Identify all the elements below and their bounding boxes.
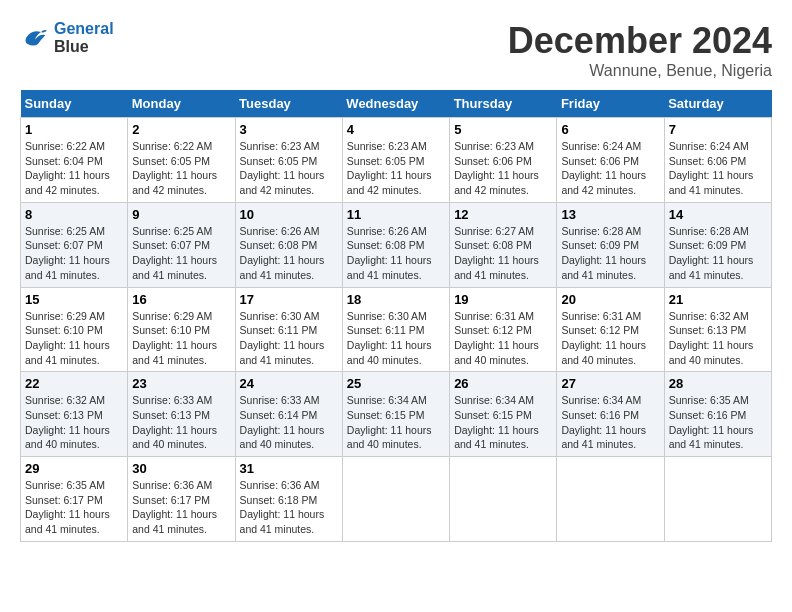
day-number: 9	[132, 207, 230, 222]
day-number: 5	[454, 122, 552, 137]
calendar-day-cell: 22 Sunrise: 6:32 AM Sunset: 6:13 PM Dayl…	[21, 372, 128, 457]
day-info: Sunrise: 6:26 AM Sunset: 6:08 PM Dayligh…	[347, 224, 445, 283]
calendar-day-cell: 12 Sunrise: 6:27 AM Sunset: 6:08 PM Dayl…	[450, 202, 557, 287]
day-number: 14	[669, 207, 767, 222]
day-number: 31	[240, 461, 338, 476]
day-number: 13	[561, 207, 659, 222]
day-info: Sunrise: 6:28 AM Sunset: 6:09 PM Dayligh…	[561, 224, 659, 283]
calendar-day-cell: 20 Sunrise: 6:31 AM Sunset: 6:12 PM Dayl…	[557, 287, 664, 372]
calendar-day-cell: 15 Sunrise: 6:29 AM Sunset: 6:10 PM Dayl…	[21, 287, 128, 372]
calendar-day-cell: 21 Sunrise: 6:32 AM Sunset: 6:13 PM Dayl…	[664, 287, 771, 372]
calendar-day-cell: 1 Sunrise: 6:22 AM Sunset: 6:04 PM Dayli…	[21, 118, 128, 203]
day-info: Sunrise: 6:36 AM Sunset: 6:17 PM Dayligh…	[132, 478, 230, 537]
day-number: 28	[669, 376, 767, 391]
day-number: 1	[25, 122, 123, 137]
day-number: 29	[25, 461, 123, 476]
calendar-day-cell: 19 Sunrise: 6:31 AM Sunset: 6:12 PM Dayl…	[450, 287, 557, 372]
day-number: 10	[240, 207, 338, 222]
day-info: Sunrise: 6:23 AM Sunset: 6:05 PM Dayligh…	[240, 139, 338, 198]
calendar-day-cell: 5 Sunrise: 6:23 AM Sunset: 6:06 PM Dayli…	[450, 118, 557, 203]
day-info: Sunrise: 6:35 AM Sunset: 6:17 PM Dayligh…	[25, 478, 123, 537]
calendar-day-cell: 28 Sunrise: 6:35 AM Sunset: 6:16 PM Dayl…	[664, 372, 771, 457]
day-info: Sunrise: 6:25 AM Sunset: 6:07 PM Dayligh…	[25, 224, 123, 283]
calendar-week-row: 1 Sunrise: 6:22 AM Sunset: 6:04 PM Dayli…	[21, 118, 772, 203]
calendar-day-cell: 27 Sunrise: 6:34 AM Sunset: 6:16 PM Dayl…	[557, 372, 664, 457]
calendar-week-row: 29 Sunrise: 6:35 AM Sunset: 6:17 PM Dayl…	[21, 457, 772, 542]
calendar-day-cell: 25 Sunrise: 6:34 AM Sunset: 6:15 PM Dayl…	[342, 372, 449, 457]
day-number: 7	[669, 122, 767, 137]
calendar-day-cell: 30 Sunrise: 6:36 AM Sunset: 6:17 PM Dayl…	[128, 457, 235, 542]
day-number: 27	[561, 376, 659, 391]
calendar-day-cell: 31 Sunrise: 6:36 AM Sunset: 6:18 PM Dayl…	[235, 457, 342, 542]
day-info: Sunrise: 6:31 AM Sunset: 6:12 PM Dayligh…	[561, 309, 659, 368]
day-info: Sunrise: 6:30 AM Sunset: 6:11 PM Dayligh…	[347, 309, 445, 368]
weekday-header: Sunday	[21, 90, 128, 118]
day-number: 20	[561, 292, 659, 307]
calendar-week-row: 15 Sunrise: 6:29 AM Sunset: 6:10 PM Dayl…	[21, 287, 772, 372]
day-number: 17	[240, 292, 338, 307]
day-info: Sunrise: 6:34 AM Sunset: 6:15 PM Dayligh…	[347, 393, 445, 452]
day-number: 21	[669, 292, 767, 307]
calendar-day-cell	[557, 457, 664, 542]
calendar-day-cell: 3 Sunrise: 6:23 AM Sunset: 6:05 PM Dayli…	[235, 118, 342, 203]
day-info: Sunrise: 6:22 AM Sunset: 6:04 PM Dayligh…	[25, 139, 123, 198]
day-number: 3	[240, 122, 338, 137]
day-info: Sunrise: 6:30 AM Sunset: 6:11 PM Dayligh…	[240, 309, 338, 368]
day-info: Sunrise: 6:32 AM Sunset: 6:13 PM Dayligh…	[669, 309, 767, 368]
day-info: Sunrise: 6:28 AM Sunset: 6:09 PM Dayligh…	[669, 224, 767, 283]
day-info: Sunrise: 6:23 AM Sunset: 6:05 PM Dayligh…	[347, 139, 445, 198]
day-info: Sunrise: 6:24 AM Sunset: 6:06 PM Dayligh…	[561, 139, 659, 198]
calendar-day-cell: 23 Sunrise: 6:33 AM Sunset: 6:13 PM Dayl…	[128, 372, 235, 457]
logo: General Blue	[20, 20, 114, 56]
calendar-day-cell: 10 Sunrise: 6:26 AM Sunset: 6:08 PM Dayl…	[235, 202, 342, 287]
day-number: 11	[347, 207, 445, 222]
day-info: Sunrise: 6:29 AM Sunset: 6:10 PM Dayligh…	[132, 309, 230, 368]
day-number: 18	[347, 292, 445, 307]
day-number: 2	[132, 122, 230, 137]
calendar-day-cell	[342, 457, 449, 542]
day-info: Sunrise: 6:34 AM Sunset: 6:16 PM Dayligh…	[561, 393, 659, 452]
logo-text: General Blue	[54, 20, 114, 56]
day-info: Sunrise: 6:27 AM Sunset: 6:08 PM Dayligh…	[454, 224, 552, 283]
calendar-day-cell: 29 Sunrise: 6:35 AM Sunset: 6:17 PM Dayl…	[21, 457, 128, 542]
weekday-header: Thursday	[450, 90, 557, 118]
weekday-header: Tuesday	[235, 90, 342, 118]
page-header: General Blue December 2024 Wannune, Benu…	[20, 20, 772, 80]
day-info: Sunrise: 6:32 AM Sunset: 6:13 PM Dayligh…	[25, 393, 123, 452]
day-info: Sunrise: 6:33 AM Sunset: 6:14 PM Dayligh…	[240, 393, 338, 452]
calendar-day-cell: 6 Sunrise: 6:24 AM Sunset: 6:06 PM Dayli…	[557, 118, 664, 203]
calendar-day-cell: 7 Sunrise: 6:24 AM Sunset: 6:06 PM Dayli…	[664, 118, 771, 203]
month-title: December 2024	[508, 20, 772, 62]
calendar-week-row: 8 Sunrise: 6:25 AM Sunset: 6:07 PM Dayli…	[21, 202, 772, 287]
day-info: Sunrise: 6:35 AM Sunset: 6:16 PM Dayligh…	[669, 393, 767, 452]
calendar-table: SundayMondayTuesdayWednesdayThursdayFrid…	[20, 90, 772, 542]
calendar-day-cell: 16 Sunrise: 6:29 AM Sunset: 6:10 PM Dayl…	[128, 287, 235, 372]
weekday-header: Friday	[557, 90, 664, 118]
day-number: 30	[132, 461, 230, 476]
day-number: 8	[25, 207, 123, 222]
day-number: 16	[132, 292, 230, 307]
calendar-day-cell: 17 Sunrise: 6:30 AM Sunset: 6:11 PM Dayl…	[235, 287, 342, 372]
calendar-day-cell: 13 Sunrise: 6:28 AM Sunset: 6:09 PM Dayl…	[557, 202, 664, 287]
day-info: Sunrise: 6:26 AM Sunset: 6:08 PM Dayligh…	[240, 224, 338, 283]
title-area: December 2024 Wannune, Benue, Nigeria	[508, 20, 772, 80]
calendar-day-cell	[450, 457, 557, 542]
calendar-week-row: 22 Sunrise: 6:32 AM Sunset: 6:13 PM Dayl…	[21, 372, 772, 457]
day-number: 26	[454, 376, 552, 391]
calendar-day-cell: 4 Sunrise: 6:23 AM Sunset: 6:05 PM Dayli…	[342, 118, 449, 203]
day-number: 22	[25, 376, 123, 391]
calendar-day-cell: 2 Sunrise: 6:22 AM Sunset: 6:05 PM Dayli…	[128, 118, 235, 203]
day-info: Sunrise: 6:23 AM Sunset: 6:06 PM Dayligh…	[454, 139, 552, 198]
calendar-day-cell: 26 Sunrise: 6:34 AM Sunset: 6:15 PM Dayl…	[450, 372, 557, 457]
day-number: 4	[347, 122, 445, 137]
calendar-day-cell: 8 Sunrise: 6:25 AM Sunset: 6:07 PM Dayli…	[21, 202, 128, 287]
day-info: Sunrise: 6:36 AM Sunset: 6:18 PM Dayligh…	[240, 478, 338, 537]
location-subtitle: Wannune, Benue, Nigeria	[508, 62, 772, 80]
day-info: Sunrise: 6:33 AM Sunset: 6:13 PM Dayligh…	[132, 393, 230, 452]
day-info: Sunrise: 6:22 AM Sunset: 6:05 PM Dayligh…	[132, 139, 230, 198]
day-number: 23	[132, 376, 230, 391]
day-info: Sunrise: 6:25 AM Sunset: 6:07 PM Dayligh…	[132, 224, 230, 283]
calendar-day-cell	[664, 457, 771, 542]
day-info: Sunrise: 6:24 AM Sunset: 6:06 PM Dayligh…	[669, 139, 767, 198]
calendar-day-cell: 18 Sunrise: 6:30 AM Sunset: 6:11 PM Dayl…	[342, 287, 449, 372]
